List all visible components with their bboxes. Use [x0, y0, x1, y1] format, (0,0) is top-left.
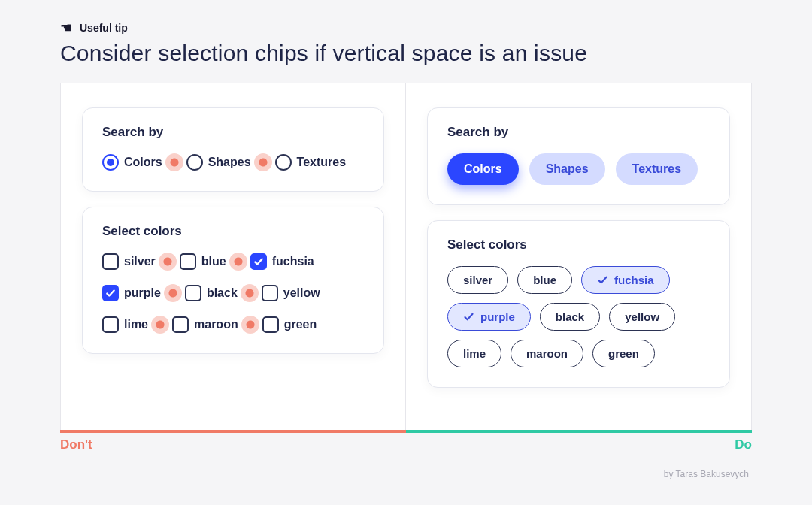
radio-icon — [275, 154, 292, 171]
filter-chip[interactable]: purple — [447, 303, 531, 331]
segmented-control: ColorsShapesTextures — [447, 153, 710, 185]
spacing-problem-marker-icon — [164, 284, 182, 302]
spacing-problem-marker-icon — [254, 153, 272, 171]
dont-select-card: Select colors silverbluefuchsiapurplebla… — [82, 207, 384, 354]
checkbox-option[interactable]: blue — [180, 253, 226, 270]
do-bar — [406, 430, 752, 433]
do-select-card: Select colors silverbluefuchsiapurplebla… — [427, 220, 730, 388]
chip-label: green — [608, 347, 639, 360]
spacing-problem-marker-icon — [241, 316, 259, 334]
checkbox-icon — [262, 316, 279, 333]
checkbox-icon — [102, 316, 119, 333]
filter-chip[interactable]: yellow — [609, 303, 675, 331]
spacing-problem-marker-icon — [159, 252, 177, 271]
radio-option[interactable]: Shapes — [186, 154, 251, 171]
comparison-panel: Search by ColorsShapesTextures Select co… — [60, 83, 752, 431]
card-title: Select colors — [102, 224, 364, 239]
checkbox-label: black — [207, 286, 238, 300]
radio-option[interactable]: Colors — [102, 154, 162, 171]
checkbox-label: fuchsia — [272, 255, 314, 268]
checkbox-grid: silverbluefuchsiapurpleblackyellowlimema… — [102, 252, 364, 334]
do-search-card: Search by ColorsShapesTextures — [427, 107, 730, 205]
checkbox-icon — [180, 253, 196, 270]
checkbox-label: blue — [201, 255, 226, 268]
radio-label: Shapes — [208, 156, 251, 169]
checkbox-icon — [172, 316, 189, 333]
checkbox-row: silverbluefuchsia — [102, 252, 364, 271]
checkbox-row: purpleblackyellow — [102, 284, 364, 302]
checkbox-option[interactable]: yellow — [262, 285, 320, 301]
check-icon — [463, 311, 474, 322]
checkbox-option[interactable]: fuchsia — [250, 253, 314, 270]
spacing-problem-marker-icon — [151, 316, 169, 334]
checkbox-option[interactable]: silver — [102, 253, 156, 270]
card-title: Search by — [102, 125, 364, 140]
radio-group: ColorsShapesTextures — [102, 153, 364, 171]
checkbox-checked-icon — [102, 285, 119, 301]
page-title: Consider selection chips if vertical spa… — [60, 41, 752, 66]
radio-icon — [102, 154, 119, 171]
checkbox-option[interactable]: maroon — [172, 316, 238, 333]
filter-chip[interactable]: black — [540, 303, 600, 331]
checkbox-label: lime — [124, 318, 148, 331]
chip-label: fuchsia — [614, 274, 654, 286]
comparison-labels: Don't Do — [60, 433, 752, 452]
filter-chip[interactable]: lime — [447, 340, 501, 367]
dont-search-card: Search by ColorsShapesTextures — [82, 107, 384, 192]
checkbox-option[interactable]: green — [262, 316, 317, 333]
comparison-underline — [60, 430, 752, 433]
spacing-problem-marker-icon — [241, 284, 259, 302]
filter-chip[interactable]: blue — [517, 266, 572, 294]
checkbox-label: maroon — [194, 318, 238, 331]
segmented-chip[interactable]: Shapes — [529, 153, 605, 185]
dont-label: Don't — [60, 437, 92, 452]
spacing-problem-marker-icon — [229, 252, 247, 271]
checkbox-icon — [102, 253, 119, 270]
chip-label: blue — [533, 274, 556, 286]
chip-label: black — [556, 310, 584, 323]
chip-label: silver — [463, 274, 492, 286]
checkbox-label: green — [284, 318, 317, 331]
checkbox-option[interactable]: purple — [102, 285, 161, 301]
segmented-chip[interactable]: Textures — [616, 153, 698, 185]
chip-group: silverbluefuchsiapurpleblackyellowlimema… — [447, 266, 710, 367]
checkbox-icon — [262, 285, 278, 301]
filter-chip[interactable]: maroon — [511, 340, 583, 367]
checkbox-label: purple — [124, 286, 161, 300]
tip-badge: ☛ Useful tip — [60, 21, 752, 35]
radio-label: Textures — [297, 156, 347, 169]
chip-label: yellow — [625, 310, 659, 323]
chip-label: maroon — [526, 347, 568, 360]
checkbox-option[interactable]: lime — [102, 316, 148, 333]
checkbox-icon — [185, 285, 201, 301]
card-title: Search by — [447, 125, 710, 140]
do-column: Search by ColorsShapesTextures Select co… — [406, 83, 751, 430]
checkbox-label: yellow — [283, 286, 320, 300]
do-label: Do — [735, 437, 752, 452]
checkbox-row: limemaroongreen — [102, 316, 364, 334]
tip-badge-text: Useful tip — [80, 22, 128, 34]
spacing-problem-marker-icon — [165, 153, 183, 171]
dont-column: Search by ColorsShapesTextures Select co… — [61, 83, 406, 430]
filter-chip[interactable]: silver — [447, 266, 508, 294]
card-title: Select colors — [447, 237, 710, 252]
segmented-chip[interactable]: Colors — [447, 153, 519, 185]
chip-label: purple — [480, 310, 515, 323]
checkbox-checked-icon — [250, 253, 267, 270]
dont-bar — [60, 430, 406, 433]
filter-chip[interactable]: fuchsia — [581, 266, 670, 294]
checkbox-option[interactable]: black — [185, 285, 238, 301]
filter-chip[interactable]: green — [592, 340, 655, 367]
radio-label: Colors — [124, 156, 162, 169]
checkbox-label: silver — [124, 255, 156, 268]
radio-icon — [186, 154, 203, 171]
check-icon — [597, 274, 608, 286]
author-credit: by Taras Bakusevych — [60, 469, 752, 479]
pointing-hand-icon: ☛ — [60, 21, 72, 35]
radio-option[interactable]: Textures — [275, 154, 347, 171]
chip-label: lime — [463, 347, 486, 360]
